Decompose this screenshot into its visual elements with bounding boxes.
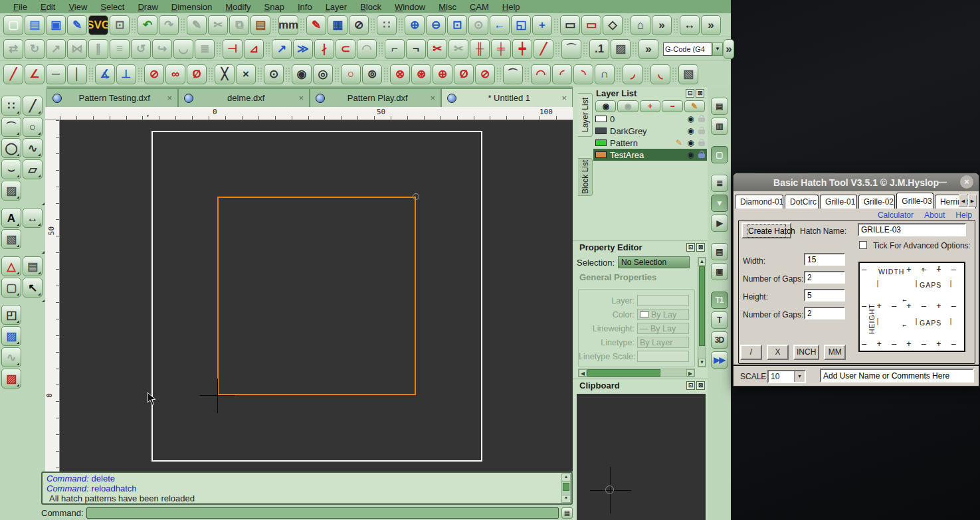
menu-item[interactable]: Snap [258, 1, 291, 13]
arc-3point-icon[interactable]: ◠ [531, 64, 551, 84]
measure-icon[interactable]: ▤ [23, 256, 43, 276]
draw-line-icon[interactable]: ╱ [23, 96, 43, 116]
modify-bend-icon[interactable]: ↪ [152, 39, 172, 59]
hatch-pattern-tab[interactable]: Grille-01 [820, 195, 857, 209]
chevron-down-icon[interactable]: ▼ [712, 43, 723, 56]
modify-trim-poly-icon[interactable]: ◡ [173, 39, 193, 59]
trim-icon[interactable]: ⊣ [223, 39, 243, 59]
cut-red-icon[interactable]: ✂ [427, 39, 447, 59]
arc-tangent-icon[interactable]: ◞ [623, 64, 642, 84]
document-tab[interactable]: * Untitled 1 × [441, 88, 573, 107]
block-filter-toggle[interactable]: ▶ [711, 215, 728, 232]
circle-3point-icon[interactable]: ○ [341, 64, 361, 84]
tab-close-icon[interactable]: × [561, 93, 567, 103]
parameter-input[interactable] [804, 253, 845, 266]
parameter-input[interactable] [804, 271, 845, 284]
axis-line-icon[interactable]: ↔ [680, 15, 700, 35]
menu-item[interactable]: Select [94, 1, 131, 13]
menu-item[interactable]: File [7, 1, 34, 13]
layer-list-panel-toggle[interactable]: ≣ [711, 175, 728, 192]
redo-icon[interactable]: ↷ [159, 15, 179, 35]
tangent-point-circle-icon[interactable]: ⊘ [144, 64, 164, 84]
line-vertical-icon[interactable]: │ [67, 64, 87, 84]
save-as-icon[interactable]: ✎ [67, 15, 87, 35]
fillet-icon[interactable]: ⌐ [385, 39, 405, 59]
line-perpendicular-icon[interactable]: ⊥ [116, 64, 136, 84]
tab-scroll-left-icon[interactable]: ◀ [959, 195, 967, 207]
menu-item[interactable]: CAM [463, 1, 496, 13]
zoom-window-icon[interactable]: ◱ [511, 15, 531, 35]
command-input[interactable] [86, 507, 559, 519]
modify-move-icon[interactable]: ⇄ [3, 39, 23, 59]
draw-hatch-icon[interactable]: ▨ [1, 181, 21, 201]
zoom-previous-icon[interactable]: ← [490, 15, 510, 35]
save-icon[interactable]: ▣ [46, 15, 66, 35]
scroll-up-icon[interactable]: ▲ [562, 474, 570, 481]
testarea-rectangle[interactable] [217, 197, 416, 395]
draw-order-icon[interactable]: ✎ [187, 15, 207, 35]
tangent-orthogonal-icon[interactable]: Ø [187, 64, 207, 84]
hide-all-layers-icon[interactable]: ◉ [617, 100, 638, 112]
layer-edit-icon[interactable]: ✎ [675, 138, 683, 147]
draw-text-icon[interactable]: A [1, 208, 21, 228]
menu-item[interactable]: Modify [219, 1, 257, 13]
line-2point-icon[interactable]: ╱ [3, 64, 23, 84]
modify-rotate-icon[interactable]: ↻ [25, 39, 45, 59]
polygon-icon[interactable]: ⌂ [631, 15, 650, 35]
selection-filter-toggle[interactable]: ▼ [711, 195, 728, 212]
document-tab[interactable]: Pattern Testing.dxf × [47, 88, 178, 107]
drafting-settings-icon[interactable]: ▦ [328, 15, 347, 35]
hatch-name-input[interactable] [858, 223, 966, 236]
line-bisector-icon[interactable]: ∡ [95, 64, 115, 84]
hatch-pattern-icon[interactable]: ▨ [1, 369, 21, 389]
layer-color-swatch[interactable] [595, 139, 607, 146]
divide-segment-icon[interactable]: ╫ [470, 39, 490, 59]
property-value[interactable]: By Lay [637, 309, 689, 320]
layer-lock-icon[interactable] [698, 130, 705, 134]
arc-angles-icon[interactable]: ◜ [552, 64, 572, 84]
insert-image-icon[interactable]: ▧ [1, 229, 21, 249]
layer-color-swatch[interactable] [595, 128, 607, 134]
expand-more-icon[interactable]: » [724, 39, 734, 59]
print-preview-icon[interactable]: ⊡ [110, 15, 130, 35]
hatch-save-icon[interactable]: ▨ [1, 326, 21, 346]
hatch-pattern-tab[interactable]: Grille-02 [858, 195, 896, 209]
dialog-link[interactable]: Calculator [878, 211, 914, 220]
unit-button[interactable]: X [767, 345, 789, 360]
circle-tangent-point-icon[interactable]: ⊘ [475, 64, 495, 84]
circle-2point-radius-icon[interactable]: ◎ [313, 64, 333, 84]
draw-spline-icon[interactable]: ∿ [23, 138, 43, 158]
arc-radius-icon[interactable]: ◝ [573, 64, 593, 84]
insert-image-icon[interactable]: ▧ [678, 64, 698, 84]
circle-tangent3-icon[interactable]: ⊕ [433, 64, 452, 84]
line-horizontal-icon[interactable]: ─ [46, 64, 66, 84]
layer-row[interactable]: TestArea ◉ [593, 149, 707, 161]
close-panel-icon[interactable]: ⊠ [696, 243, 705, 252]
zoom-out-icon[interactable]: ⊖ [426, 15, 446, 35]
scroll-right-icon[interactable]: ▶ [686, 369, 694, 377]
reference-point-icon[interactable]: .1 [589, 39, 609, 59]
side-tab-layer-list[interactable]: Layer List [578, 93, 593, 137]
modify-properties-icon[interactable]: ≣ [195, 39, 215, 59]
hatch-pattern-tab[interactable]: Grille-03 [896, 193, 933, 209]
draw-polyline-icon[interactable]: ⌣ [1, 159, 21, 179]
line-orthogonal-icon[interactable]: ╳ [215, 64, 235, 84]
cut-icon[interactable]: ✂ [208, 15, 228, 35]
modify-scale-icon[interactable]: ↗ [46, 39, 66, 59]
divide-distance-icon[interactable]: ╪ [491, 39, 511, 59]
scale-combo[interactable]: 10 ▼ [767, 370, 806, 383]
layer-visibility-icon[interactable]: ◉ [686, 138, 695, 147]
arc-reverse-icon[interactable]: ⌒ [561, 39, 581, 59]
command-console[interactable]: Command:delete Command:reloadhatch All h… [41, 472, 573, 505]
library-browser-toggle[interactable]: ▤ [711, 98, 728, 115]
unit-button[interactable]: MM [824, 345, 846, 360]
expand-more-icon[interactable]: » [638, 39, 658, 59]
add-layer-icon[interactable]: + [640, 100, 660, 112]
explode-icon[interactable]: ⊂ [336, 39, 355, 59]
circle-tangent-radius-icon[interactable]: Ø [454, 64, 474, 84]
tab-close-icon[interactable]: × [298, 93, 304, 103]
tangent-two-circles-icon[interactable]: ∞ [165, 64, 185, 84]
close-panel-icon[interactable]: ⊠ [696, 89, 704, 98]
point-on-line-icon[interactable]: ╱ [534, 39, 553, 59]
zoom-pan-icon[interactable]: + [532, 15, 552, 35]
